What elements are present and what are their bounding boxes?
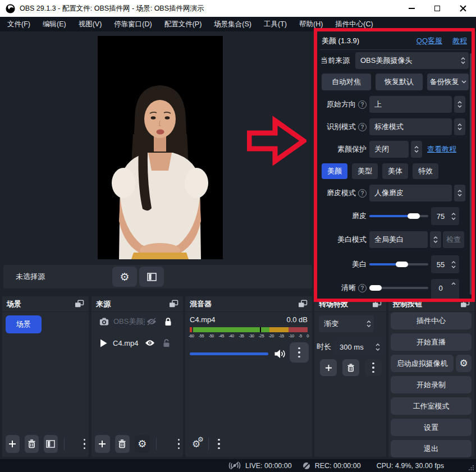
popout-icon[interactable] xyxy=(298,300,308,308)
panel-title: 美颜 (1.3.9) xyxy=(322,36,359,46)
menu-file[interactable]: 文件(F) xyxy=(1,17,36,31)
lock-open-icon[interactable] xyxy=(163,339,170,347)
spinner-icon[interactable] xyxy=(451,207,456,225)
scene-list-item-selected[interactable]: 场景 xyxy=(6,315,42,333)
mixer-track-menu-button[interactable] xyxy=(290,342,309,363)
popout-icon[interactable] xyxy=(460,300,470,308)
lock-closed-icon[interactable] xyxy=(164,318,172,326)
spinner-icon[interactable] xyxy=(454,185,465,201)
menu-profile[interactable]: 配置文件(P) xyxy=(158,17,208,31)
spinner-icon[interactable] xyxy=(430,231,441,248)
current-source-select[interactable]: OBS美颜摄像头 xyxy=(355,52,469,69)
spinner-icon[interactable] xyxy=(454,118,465,135)
menu-view[interactable]: 视图(V) xyxy=(72,17,108,31)
view-tutorial-link[interactable]: 查看教程 xyxy=(427,144,456,154)
clarity-slider[interactable] xyxy=(369,279,428,296)
tab-reshape[interactable]: 美型 xyxy=(352,163,378,179)
menu-edit[interactable]: 编辑(E) xyxy=(36,17,72,31)
orientation-select[interactable]: 上 xyxy=(369,96,452,113)
transitions-dock: 转场特效 渐变 时长 300 ms xyxy=(314,296,386,457)
preview-video[interactable] xyxy=(98,36,223,259)
smooth-spinbox[interactable]: 75 xyxy=(431,207,459,225)
popout-icon[interactable] xyxy=(169,300,178,308)
smooth-mode-select[interactable]: 人像磨皮 xyxy=(369,185,452,201)
whiten-mode-select[interactable]: 全局美白 xyxy=(369,231,428,248)
menu-plugin-center[interactable]: 插件中心(C) xyxy=(329,17,379,31)
add-transition-button[interactable] xyxy=(320,359,337,376)
start-streaming-button[interactable]: 开始直播 xyxy=(391,333,472,351)
popout-icon[interactable] xyxy=(75,300,84,308)
source-filters-button[interactable] xyxy=(139,267,164,287)
maximize-button[interactable] xyxy=(424,0,450,17)
makeup-protect-select[interactable]: 关闭 xyxy=(369,141,409,158)
clarity-spinbox[interactable]: 0 xyxy=(431,279,459,299)
scenes-menu-button[interactable] xyxy=(84,438,86,451)
remove-source-button[interactable] xyxy=(115,435,130,453)
makeup-protect-value: 关闭 xyxy=(369,144,409,154)
menu-tools[interactable]: 工具(T) xyxy=(258,17,293,31)
start-virtual-camera-button[interactable]: 启动虚拟摄像机 xyxy=(391,355,454,372)
tab-beauty[interactable]: 美颜 xyxy=(322,163,347,179)
spinner-icon[interactable] xyxy=(376,338,380,356)
source-properties-button[interactable]: ⚙ xyxy=(112,267,137,287)
studio-mode-button[interactable]: 工作室模式 xyxy=(391,397,472,415)
resize-grip[interactable] xyxy=(469,465,474,470)
remove-scene-button[interactable] xyxy=(25,435,39,453)
transition-menu-button[interactable] xyxy=(365,359,382,376)
mixer-menu-button[interactable] xyxy=(218,438,220,451)
scene-filters-button[interactable] xyxy=(44,435,58,453)
duration-spinbox[interactable]: 300 ms xyxy=(334,338,383,356)
recognition-select[interactable]: 标准模式 xyxy=(369,118,452,135)
cpu-fps-stats: CPU: 4.9%, 30.00 fps xyxy=(377,462,444,470)
smooth-slider-handle[interactable] xyxy=(408,213,420,219)
source-row-camera[interactable]: OBS美颜摄像头 xyxy=(91,313,183,330)
close-button[interactable] xyxy=(450,0,476,17)
qq-support-link[interactable]: QQ客服 xyxy=(417,36,442,46)
autofocus-button[interactable]: 自动对焦 xyxy=(322,74,371,90)
eye-icon[interactable] xyxy=(144,339,155,347)
settings-button[interactable]: 设置 xyxy=(391,419,472,436)
gear-icon: ⚙ xyxy=(138,438,147,450)
whiten-slider-handle[interactable] xyxy=(396,262,408,267)
exit-button[interactable]: 退出 xyxy=(391,440,472,457)
tab-body[interactable]: 美体 xyxy=(382,163,408,179)
menu-docks[interactable]: 停靠窗口(D) xyxy=(108,17,158,31)
tutorial-link[interactable]: 教程 xyxy=(452,36,467,46)
smooth-label: 磨皮 xyxy=(352,211,367,221)
popout-icon[interactable] xyxy=(372,300,382,308)
speaker-icon[interactable] xyxy=(274,349,286,359)
tab-effects[interactable]: 特效 xyxy=(413,163,438,179)
plugin-center-button[interactable]: 插件中心 xyxy=(391,312,472,329)
spinner-icon[interactable] xyxy=(451,279,456,299)
clarity-slider-handle[interactable] xyxy=(369,285,382,291)
eye-slash-icon[interactable] xyxy=(146,318,157,326)
source-properties-button[interactable]: ⚙ xyxy=(135,435,150,453)
duration-label: 时长 xyxy=(317,342,331,352)
help-icon[interactable]: ? xyxy=(358,100,367,109)
help-icon[interactable]: ? xyxy=(358,284,367,292)
start-recording-button[interactable]: 开始录制 xyxy=(391,376,472,393)
add-source-button[interactable] xyxy=(95,435,110,453)
menu-scene-collection[interactable]: 场景集合(S) xyxy=(208,17,258,31)
spinner-icon[interactable] xyxy=(451,255,456,273)
sources-menu-button[interactable] xyxy=(178,438,180,451)
restore-default-button[interactable]: 恢复默认 xyxy=(376,74,423,90)
help-icon[interactable]: ? xyxy=(358,189,367,198)
smooth-slider[interactable] xyxy=(369,208,428,224)
virtual-camera-settings-button[interactable]: ⚙ xyxy=(456,355,472,372)
whiten-spinbox[interactable]: 55 xyxy=(431,255,459,273)
gear-icon: ⚙ xyxy=(459,358,468,369)
minimize-button[interactable] xyxy=(399,0,424,17)
source-row-media[interactable]: C4.mp4 xyxy=(91,334,183,351)
menu-help[interactable]: 帮助(H) xyxy=(293,17,329,31)
transition-select[interactable]: 渐变 xyxy=(319,315,374,332)
add-scene-button[interactable] xyxy=(6,435,20,453)
spinner-icon[interactable] xyxy=(411,141,422,158)
help-icon[interactable]: ? xyxy=(358,123,367,131)
remove-transition-button[interactable] xyxy=(342,359,359,376)
whiten-slider[interactable] xyxy=(369,256,428,273)
check-button[interactable]: 检查 xyxy=(443,231,464,248)
advanced-audio-icon[interactable]: ⚙⚙ xyxy=(192,438,200,450)
backup-restore-button[interactable]: 备份恢复 xyxy=(427,74,469,90)
spinner-icon[interactable] xyxy=(454,96,465,113)
